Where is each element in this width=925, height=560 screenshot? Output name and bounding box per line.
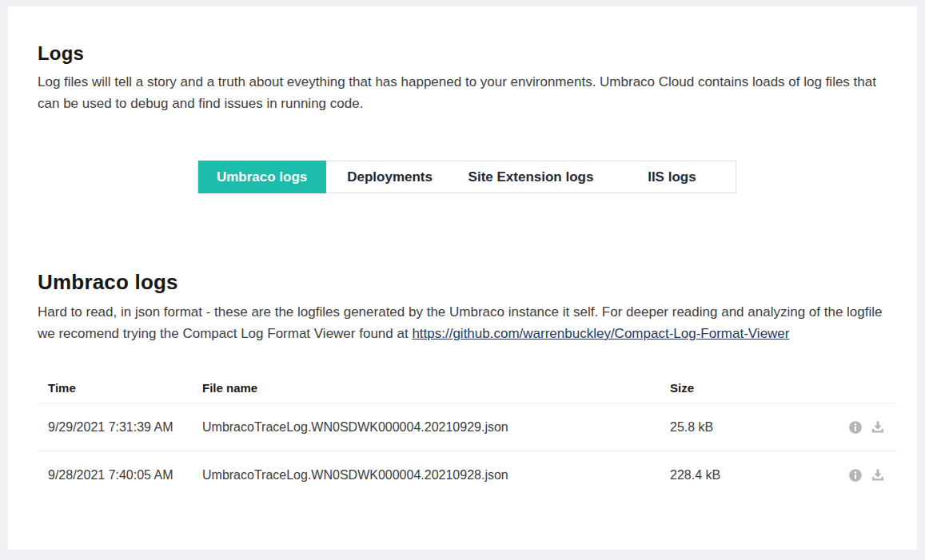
info-icon[interactable] [848,420,863,435]
tabs-container: Umbraco logs Deployments Site Extension … [38,161,896,193]
log-size: 25.8 kB [670,420,840,435]
row-actions [840,420,896,435]
page-description: Log files will tell a story and a truth … [38,71,896,114]
info-icon[interactable] [848,468,863,483]
log-file-name: UmbracoTraceLog.WN0SDWK000004.20210928.j… [202,468,670,483]
tab-iis-logs[interactable]: IIS logs [608,161,736,193]
table-row: 9/29/2021 7:31:39 AM UmbracoTraceLog.WN0… [38,403,896,451]
log-file-table: Time File name Size 9/29/2021 7:31:39 AM… [38,373,896,499]
column-header-file-name: File name [202,381,670,395]
compact-log-viewer-link[interactable]: https://github.com/warrenbuckley/Compact… [412,326,789,341]
page-title: Logs [38,42,896,65]
log-time: 9/29/2021 7:31:39 AM [48,420,202,435]
tab-deployments[interactable]: Deployments [326,161,454,193]
column-header-time: Time [48,381,202,395]
column-header-size: Size [670,381,840,395]
log-file-name: UmbracoTraceLog.WN0SDWK000004.20210929.j… [202,420,670,435]
log-time: 9/28/2021 7:40:05 AM [48,468,202,483]
log-size: 228.4 kB [670,468,840,483]
download-icon[interactable] [871,468,885,483]
row-actions [840,468,896,483]
section-description: Hard to read, in json format - these are… [38,301,896,344]
tab-site-extension-logs[interactable]: Site Extension logs [454,161,608,193]
table-row: 9/28/2021 7:40:05 AM UmbracoTraceLog.WN0… [38,451,896,499]
table-header-row: Time File name Size [38,373,896,403]
download-icon[interactable] [871,420,885,435]
tab-umbraco-logs[interactable]: Umbraco logs [198,161,326,193]
section-title: Umbraco logs [38,270,896,295]
tab-strip: Umbraco logs Deployments Site Extension … [197,161,737,193]
content-card: Logs Log files will tell a story and a t… [8,6,917,550]
